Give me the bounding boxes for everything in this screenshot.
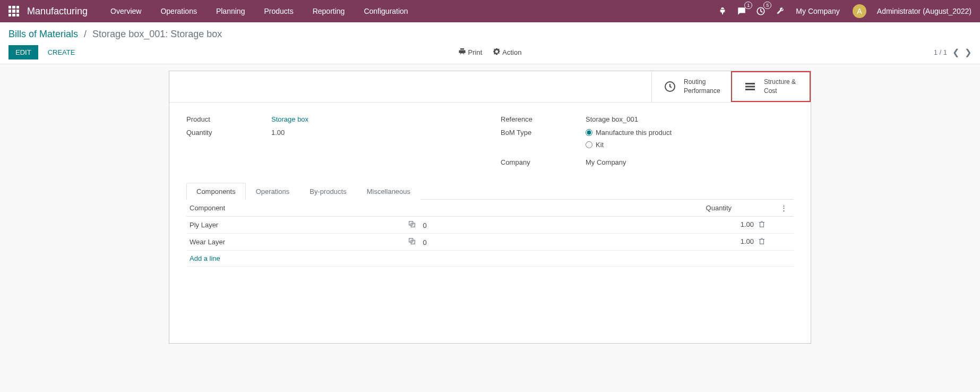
pager-text: 1 / 1 <box>934 48 947 56</box>
print-icon <box>459 48 466 57</box>
apps-icon[interactable] <box>8 6 19 16</box>
add-line-link[interactable]: Add a line <box>190 254 220 262</box>
topbar: Manufacturing Overview Operations Planni… <box>0 0 980 22</box>
bom-type-kit-radio[interactable] <box>586 141 592 148</box>
bom-type-opt2-label: Kit <box>596 141 604 149</box>
company-value: My Company <box>586 158 626 166</box>
qty-value: 1.00 <box>741 220 754 228</box>
uom-icon[interactable] <box>758 237 766 246</box>
breadcrumb-current: Storage box_001: Storage box <box>92 29 222 39</box>
topbar-right: 1 5 My Company A Administrator (August_2… <box>716 4 972 18</box>
nav-operations[interactable]: Operations <box>151 0 206 22</box>
reference-label: Reference <box>501 115 586 123</box>
forecast-value: 0 <box>423 221 426 229</box>
stat-structure-cost[interactable]: Structure & Cost <box>731 71 811 102</box>
nav-overview[interactable]: Overview <box>101 0 151 22</box>
tools-icon[interactable] <box>773 5 786 18</box>
stat-routing-performance[interactable]: Routing Performance <box>651 71 731 102</box>
components-table: Component Quantity ⋮ Ply Layer 0 <box>186 200 794 267</box>
svg-rect-2 <box>745 83 755 84</box>
app-title[interactable]: Manufacturing <box>27 6 88 17</box>
tab-components[interactable]: Components <box>186 183 246 200</box>
subheader: Bills of Materials / Storage box_001: St… <box>0 22 980 64</box>
forecast-icon[interactable] <box>408 238 416 246</box>
quantity-label: Quantity <box>186 129 271 137</box>
table-row[interactable]: Wear Layer 0 1.00 <box>186 233 794 250</box>
forecast-icon[interactable] <box>408 221 416 229</box>
bom-type-opt1-label: Manufacture this product <box>596 129 672 137</box>
stat-routing-label: Routing Performance <box>684 78 720 96</box>
cell-component: Wear Layer <box>186 233 405 250</box>
breadcrumb-sep: / <box>84 29 87 39</box>
breadcrumb-root[interactable]: Bills of Materials <box>8 29 78 39</box>
breadcrumb: Bills of Materials / Storage box_001: St… <box>8 29 972 40</box>
content: Routing Performance Structure & Cost Pro… <box>0 64 980 344</box>
svg-rect-10 <box>760 239 764 244</box>
uom-icon[interactable] <box>758 220 766 229</box>
col-quantity[interactable]: Quantity <box>441 200 774 217</box>
tab-miscellaneous[interactable]: Miscellaneous <box>357 183 420 200</box>
nav-products[interactable]: Products <box>254 0 303 22</box>
activity-badge: 5 <box>763 2 771 9</box>
form-sheet: Routing Performance Structure & Cost Pro… <box>169 71 811 344</box>
bom-type-manufacture[interactable]: Manufacture this product <box>586 129 672 137</box>
pager-prev[interactable]: ❮ <box>952 47 959 57</box>
bom-type-kit[interactable]: Kit <box>586 141 672 149</box>
tab-operations[interactable]: Operations <box>246 183 300 200</box>
action-bar: EDIT CREATE Print Action 1 / 1 ❮ ❯ <box>8 45 972 59</box>
svg-rect-3 <box>745 86 755 87</box>
company-selector[interactable]: My Company <box>796 7 839 15</box>
bug-icon[interactable] <box>716 5 729 18</box>
product-label: Product <box>186 115 271 123</box>
form-body: Product Storage box Quantity 1.00 Refere… <box>169 103 811 343</box>
nav-menu: Overview Operations Planning Products Re… <box>101 0 418 22</box>
col-component[interactable]: Component <box>186 200 405 217</box>
user-menu[interactable]: Administrator (August_2022) <box>877 7 972 15</box>
qty-value: 1.00 <box>741 237 754 245</box>
print-button[interactable]: Print <box>459 48 483 57</box>
col-menu-icon[interactable]: ⋮ <box>777 204 790 212</box>
create-button[interactable]: CREATE <box>41 46 82 59</box>
avatar[interactable]: A <box>853 4 866 18</box>
tabs: Components Operations By-products Miscel… <box>186 182 794 200</box>
activity-icon[interactable]: 5 <box>754 5 767 18</box>
edit-button[interactable]: EDIT <box>8 45 38 59</box>
list-icon <box>742 78 759 95</box>
svg-rect-7 <box>760 222 764 227</box>
forecast-value: 0 <box>423 238 426 246</box>
gear-icon <box>493 48 500 57</box>
stat-buttons: Routing Performance Structure & Cost <box>169 71 811 103</box>
nav-planning[interactable]: Planning <box>207 0 255 22</box>
pager-next[interactable]: ❯ <box>965 47 972 57</box>
reference-value: Storage box_001 <box>586 115 638 123</box>
bom-type-label: BoM Type <box>501 129 586 153</box>
svg-rect-4 <box>745 89 755 90</box>
stat-structure-label: Structure & Cost <box>764 78 796 96</box>
quantity-value: 1.00 <box>271 129 285 137</box>
action-button[interactable]: Action <box>493 48 521 57</box>
action-label: Action <box>502 48 521 56</box>
clock-icon <box>661 78 678 95</box>
cell-component: Ply Layer <box>186 216 405 233</box>
company-label: Company <box>501 158 586 166</box>
messaging-icon[interactable]: 1 <box>735 5 748 18</box>
nav-reporting[interactable]: Reporting <box>303 0 355 22</box>
pager: 1 / 1 ❮ ❯ <box>934 47 972 57</box>
bom-type-manufacture-radio[interactable] <box>586 129 592 136</box>
add-line-row[interactable]: Add a line <box>186 250 794 266</box>
tab-byproducts[interactable]: By-products <box>299 183 356 200</box>
nav-configuration[interactable]: Configuration <box>354 0 417 22</box>
product-value[interactable]: Storage box <box>271 115 308 123</box>
table-row[interactable]: Ply Layer 0 1.00 <box>186 216 794 233</box>
print-label: Print <box>468 48 483 56</box>
chat-badge: 1 <box>744 2 752 9</box>
